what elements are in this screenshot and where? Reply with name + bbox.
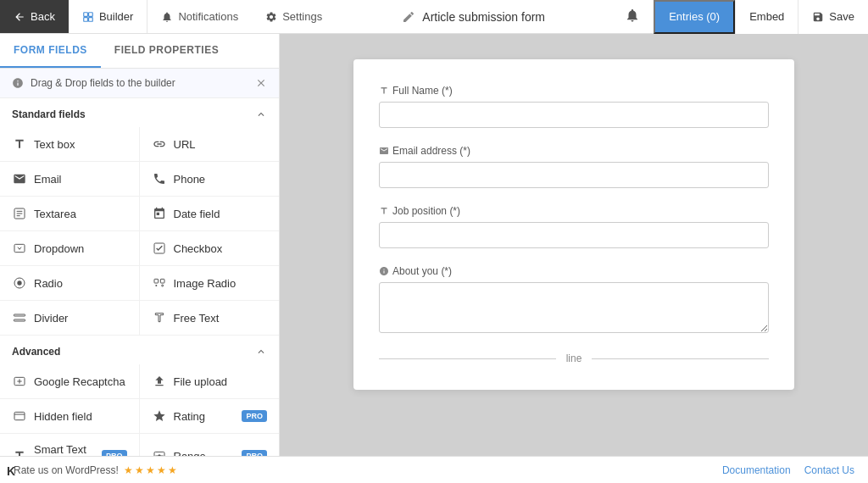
field-text-box[interactable]: Text box bbox=[0, 127, 140, 162]
svg-rect-16 bbox=[14, 314, 25, 316]
label-about-you: About you (*) bbox=[379, 265, 769, 277]
documentation-link[interactable]: Documentation bbox=[722, 464, 791, 476]
divider-line-right bbox=[592, 358, 769, 359]
builder-label: Builder bbox=[99, 10, 133, 23]
svg-point-11 bbox=[17, 280, 21, 285]
field-hidden[interactable]: Hidden field bbox=[0, 399, 140, 434]
star-2[interactable]: ★ bbox=[135, 464, 144, 476]
field-url[interactable]: URL bbox=[140, 127, 280, 162]
field-checkbox-label: Checkbox bbox=[174, 242, 223, 255]
field-textarea-label: Textarea bbox=[34, 208, 76, 220]
main-content: Full Name (*) Email address (*) Job posi… bbox=[280, 34, 868, 456]
input-about-you[interactable] bbox=[379, 282, 769, 333]
drag-hint-text: Drag & Drop fields to the builder bbox=[31, 77, 175, 89]
field-textarea[interactable]: Textarea bbox=[0, 197, 140, 231]
field-range[interactable]: Range PRO bbox=[140, 434, 280, 456]
label-job-position: Job position (*) bbox=[379, 205, 769, 217]
divider-line-left bbox=[379, 358, 556, 359]
svg-point-15 bbox=[161, 285, 163, 286]
text-box-icon bbox=[12, 136, 27, 152]
field-smart-text-label: Smart Text Output bbox=[34, 443, 95, 456]
entries-button[interactable]: Entries (0) bbox=[654, 0, 735, 34]
tab-field-properties[interactable]: FIELD PROPERTIES bbox=[101, 34, 232, 68]
checkbox-icon bbox=[152, 241, 167, 256]
back-label: Back bbox=[31, 10, 55, 23]
save-icon bbox=[812, 11, 824, 23]
advanced-collapse-icon[interactable] bbox=[255, 346, 267, 358]
alert-bell[interactable] bbox=[611, 8, 654, 25]
standard-fields-header: Standard fields bbox=[0, 98, 279, 127]
field-divider-label: Divider bbox=[34, 312, 68, 325]
advanced-fields-grid: Google Recaptcha File upload Hidden fiel… bbox=[0, 364, 279, 456]
contact-link[interactable]: Contact Us bbox=[804, 464, 854, 476]
field-url-label: URL bbox=[174, 138, 196, 151]
field-range-label: Range bbox=[174, 450, 206, 457]
field-rating[interactable]: Rating PRO bbox=[140, 399, 280, 434]
bottom-links: Documentation Contact Us bbox=[722, 464, 854, 476]
radio-icon bbox=[12, 275, 27, 291]
field-free-text[interactable]: Free Text bbox=[140, 301, 280, 336]
field-checkbox[interactable]: Checkbox bbox=[140, 231, 280, 266]
edit-icon bbox=[402, 10, 415, 24]
input-full-name[interactable] bbox=[379, 102, 769, 128]
settings-icon bbox=[265, 11, 277, 23]
rating-pro-badge: PRO bbox=[242, 410, 267, 422]
drag-hint-bar: Drag & Drop fields to the builder bbox=[0, 69, 279, 98]
field-image-radio[interactable]: Image Radio bbox=[140, 266, 280, 301]
panel-tabs: FORM FIELDS FIELD PROPERTIES bbox=[0, 34, 279, 69]
left-panel: FORM FIELDS FIELD PROPERTIES Drag & Drop… bbox=[0, 34, 280, 456]
embed-button[interactable]: Embed bbox=[735, 0, 798, 34]
bell-icon bbox=[161, 11, 173, 23]
about-icon bbox=[379, 266, 389, 276]
field-date[interactable]: Date field bbox=[140, 197, 280, 231]
star-3[interactable]: ★ bbox=[146, 464, 155, 476]
info-icon bbox=[12, 77, 24, 89]
field-google-recaptcha[interactable]: Google Recaptcha bbox=[0, 364, 140, 399]
advanced-header: Advanced bbox=[0, 336, 279, 364]
field-radio[interactable]: Radio bbox=[0, 266, 140, 301]
field-file-upload[interactable]: File upload bbox=[140, 364, 280, 399]
save-label: Save bbox=[829, 10, 854, 23]
notifications-button[interactable]: Notifications bbox=[147, 0, 252, 33]
svg-rect-12 bbox=[154, 279, 159, 283]
star-4[interactable]: ★ bbox=[157, 464, 166, 476]
standard-fields-label: Standard fields bbox=[12, 108, 86, 120]
field-email-label: Email bbox=[34, 173, 62, 186]
form-group-job-position: Job position (*) bbox=[379, 205, 769, 248]
svg-rect-8 bbox=[14, 244, 25, 252]
field-smart-text[interactable]: Smart Text Output PRO bbox=[0, 434, 140, 456]
input-email[interactable] bbox=[379, 162, 769, 188]
recaptcha-icon bbox=[12, 374, 27, 389]
close-hint-icon[interactable] bbox=[255, 77, 267, 89]
field-dropdown[interactable]: Dropdown bbox=[0, 231, 140, 266]
tab-form-fields[interactable]: FORM FIELDS bbox=[0, 34, 101, 68]
builder-icon bbox=[82, 11, 94, 23]
notifications-label: Notifications bbox=[178, 10, 238, 23]
upload-icon bbox=[152, 374, 167, 389]
field-phone[interactable]: Phone bbox=[140, 162, 280, 197]
field-file-upload-label: File upload bbox=[174, 375, 228, 388]
standard-collapse-icon[interactable] bbox=[255, 108, 267, 120]
form-group-full-name: Full Name (*) bbox=[379, 85, 769, 128]
form-group-about-you: About you (*) bbox=[379, 265, 769, 336]
divider-icon bbox=[12, 310, 27, 325]
builder-button[interactable]: Builder bbox=[69, 0, 147, 33]
email-icon bbox=[12, 171, 27, 186]
field-date-label: Date field bbox=[174, 208, 220, 220]
field-phone-label: Phone bbox=[174, 173, 206, 186]
svg-rect-17 bbox=[14, 319, 25, 321]
field-email[interactable]: Email bbox=[0, 162, 140, 197]
advanced-label: Advanced bbox=[12, 346, 60, 358]
input-job-position[interactable] bbox=[379, 222, 769, 248]
email-field-icon bbox=[379, 146, 389, 156]
back-icon bbox=[14, 11, 25, 23]
save-button[interactable]: Save bbox=[798, 0, 868, 34]
field-image-radio-label: Image Radio bbox=[174, 277, 236, 290]
star-5[interactable]: ★ bbox=[168, 464, 177, 476]
field-divider[interactable]: Divider bbox=[0, 301, 140, 336]
settings-button[interactable]: Settings bbox=[252, 0, 336, 33]
back-button[interactable]: Back bbox=[0, 0, 69, 33]
url-icon bbox=[152, 136, 167, 152]
star-1[interactable]: ★ bbox=[124, 464, 133, 476]
range-pro-badge: PRO bbox=[242, 450, 267, 456]
